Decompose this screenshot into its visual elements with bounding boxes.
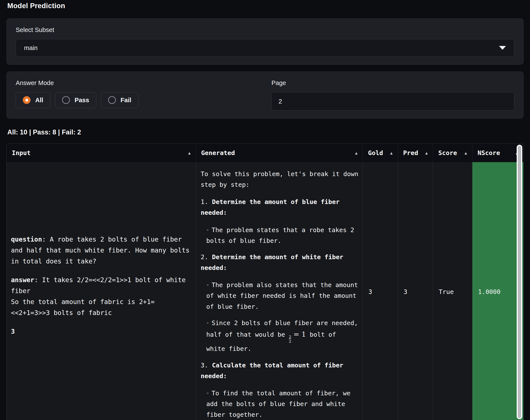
subset-label: Select Subset <box>16 27 514 33</box>
column-header-generated[interactable]: Generated ▲ <box>196 144 363 162</box>
answer-mode-label: Answer Mode <box>16 79 259 86</box>
subset-select-value: main <box>24 44 38 52</box>
subset-select[interactable]: main <box>16 39 514 57</box>
cell-nscore[interactable]: 1.0000 <box>472 162 523 420</box>
radio-option-all[interactable]: All <box>16 92 50 108</box>
column-header-nscore[interactable]: NScore ▲ <box>472 144 523 162</box>
radio-option-label: Pass <box>74 97 89 104</box>
page-title: Model Prediction <box>7 2 524 10</box>
radio-selected-icon <box>23 96 30 104</box>
bullet-icon: ◦ <box>206 282 209 288</box>
page-input[interactable]: 2 <box>271 92 514 111</box>
cell-generated[interactable]: To solve this problem, let's break it do… <box>196 162 363 420</box>
column-header-gold[interactable]: Gold ▲ <box>363 144 398 162</box>
column-header-score[interactable]: Score ▲ <box>433 144 472 162</box>
sort-ascending-icon: ▲ <box>390 151 392 155</box>
column-header-input[interactable]: Input ▲ <box>7 144 196 162</box>
subset-card: Select Subset main <box>6 18 524 65</box>
radio-option-label: Fail <box>120 97 131 104</box>
radio-unselected-icon <box>108 96 116 104</box>
filters-card: Answer Mode All Pass Fail Page 2 <box>6 71 524 119</box>
cell-input[interactable]: question: A robe takes 2 bolts of blue f… <box>7 162 196 420</box>
answer-mode-group: Answer Mode All Pass Fail <box>16 79 259 111</box>
radio-unselected-icon <box>62 96 70 104</box>
vertical-scrollbar[interactable] <box>517 145 522 419</box>
chevron-down-icon <box>499 46 506 50</box>
column-header-pred[interactable]: Pred ▲ <box>398 144 433 162</box>
results-table: Input ▲ Generated ▲ Gold ▲ Pred ▲ Score … <box>6 143 524 420</box>
bullet-icon: ◦ <box>206 391 209 396</box>
bullet-icon: ◦ <box>206 321 209 326</box>
sort-ascending-icon: ▲ <box>425 151 428 155</box>
bullet-icon: ◦ <box>206 228 209 233</box>
cell-pred[interactable]: 3 <box>398 162 433 420</box>
app-page: Model Prediction Select Subset main Answ… <box>0 0 530 420</box>
status-counts: All: 10 | Pass: 8 | Fail: 2 <box>7 128 524 136</box>
sort-ascending-icon: ▲ <box>355 151 357 155</box>
sort-ascending-icon: ▲ <box>465 151 467 155</box>
cell-gold[interactable]: 3 <box>363 162 398 420</box>
page-group: Page 2 <box>271 79 514 111</box>
vertical-scrollbar-thumb[interactable] <box>518 146 521 418</box>
math-expression: 22 = 1 <box>289 331 306 338</box>
table-row: question: A robe takes 2 bolts of blue f… <box>7 162 523 420</box>
page-input-value: 2 <box>279 98 282 105</box>
answer-mode-radio-row: All Pass Fail <box>16 92 259 108</box>
radio-option-fail[interactable]: Fail <box>101 92 138 108</box>
sort-ascending-icon: ▲ <box>188 151 191 155</box>
table-header-row: Input ▲ Generated ▲ Gold ▲ Pred ▲ Score … <box>7 144 523 162</box>
cell-score[interactable]: True <box>433 162 472 420</box>
radio-option-label: All <box>35 97 43 104</box>
page-label: Page <box>271 79 514 86</box>
radio-option-pass[interactable]: Pass <box>55 92 96 108</box>
